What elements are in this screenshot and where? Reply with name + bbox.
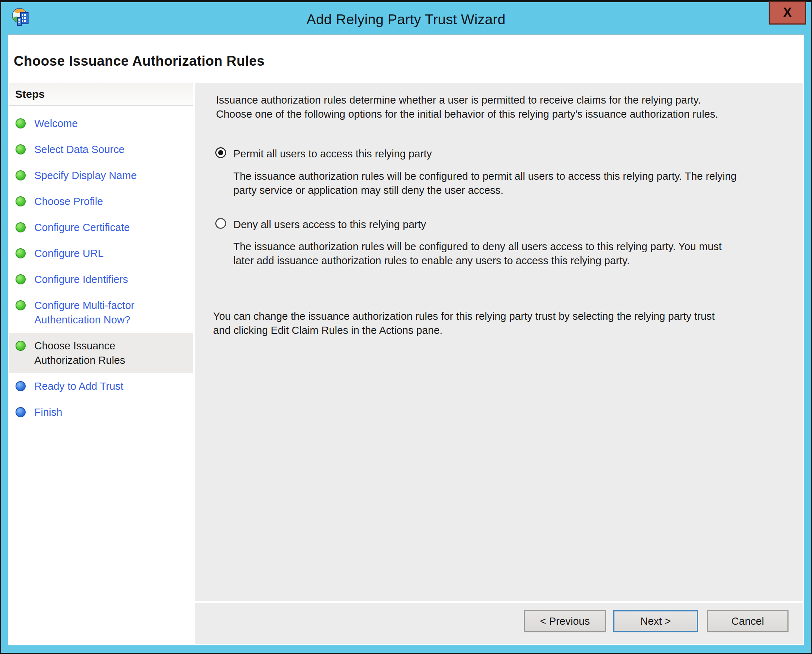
cancel-button[interactable]: Cancel [707, 610, 789, 633]
step-completed-icon [15, 222, 26, 232]
step-completed-icon [15, 144, 26, 154]
step-label: Configure URL [34, 248, 104, 259]
wizard-window: Add Relying Party Trust Wizard X Choose … [0, 0, 812, 654]
sidebar-item-specify-display-name[interactable]: Specify Display Name [9, 162, 193, 188]
sidebar-item-choose-profile[interactable]: Choose Profile [9, 188, 193, 214]
note-text: You can change the issuance authorizatio… [213, 309, 789, 338]
sidebar-item-configure-identifiers[interactable]: Configure Identifiers [9, 266, 193, 292]
step-completed-icon [15, 196, 26, 206]
sidebar-item-configure-certificate[interactable]: Configure Certificate [9, 214, 193, 240]
step-completed-icon [15, 274, 26, 284]
radio-option-permit-all-users[interactable]: Permit all users to access this relying … [215, 147, 789, 161]
step-label: Configure Multi-factor Authentication No… [34, 299, 134, 325]
close-button[interactable]: X [769, 1, 806, 24]
sidebar-item-select-data-source[interactable]: Select Data Source [9, 136, 193, 162]
sidebar-item-welcome[interactable]: Welcome [9, 110, 193, 136]
step-label: Welcome [34, 118, 78, 129]
page-title: Choose Issuance Authorization Rules [14, 53, 265, 69]
steps-sidebar: Steps Welcome Select Data Source Specify… [9, 83, 193, 644]
sidebar-item-configure-mfa[interactable]: Configure Multi-factor Authentication No… [9, 292, 193, 333]
steps-header: Steps [9, 83, 193, 106]
previous-button[interactable]: < Previous [524, 610, 606, 633]
radio-selected-icon[interactable] [215, 147, 226, 158]
step-upcoming-icon [15, 381, 26, 391]
step-label: Specify Display Name [34, 170, 137, 181]
step-label: Configure Identifiers [34, 274, 128, 285]
window-title: Add Relying Party Trust Wizard [1, 12, 811, 28]
step-label: Select Data Source [34, 144, 125, 155]
step-completed-icon [15, 118, 26, 128]
step-label: Choose Issuance Authorization Rules [34, 340, 125, 366]
step-completed-icon [15, 300, 26, 310]
steps-list: Welcome Select Data Source Specify Displ… [9, 110, 193, 425]
sidebar-item-choose-issuance-authorization-rules[interactable]: Choose Issuance Authorization Rules [9, 333, 193, 373]
step-upcoming-icon [15, 407, 26, 417]
close-icon: X [783, 5, 792, 20]
step-label: Ready to Add Trust [34, 380, 124, 392]
sidebar-item-configure-url[interactable]: Configure URL [9, 240, 193, 266]
radio-option-label[interactable]: Permit all users to access this relying … [233, 147, 432, 161]
radio-option-label[interactable]: Deny all users access to this relying pa… [233, 217, 426, 232]
content-panel: Issuance authorization rules determine w… [195, 83, 803, 601]
step-completed-icon [15, 170, 26, 180]
step-completed-icon [15, 341, 26, 351]
sidebar-item-finish[interactable]: Finish [9, 399, 193, 425]
sidebar-item-ready-to-add-trust[interactable]: Ready to Add Trust [9, 373, 193, 399]
next-button[interactable]: Next > [613, 610, 698, 633]
title-bar: Add Relying Party Trust Wizard X [1, 2, 811, 32]
radio-option-deny-all-users[interactable]: Deny all users access to this relying pa… [215, 217, 789, 232]
step-completed-icon [15, 248, 26, 258]
main-column: Issuance authorization rules determine w… [195, 83, 803, 644]
step-label: Finish [34, 406, 62, 418]
wizard-client-area: Choose Issuance Authorization Rules Step… [8, 34, 804, 645]
step-label: Choose Profile [34, 196, 103, 207]
footer-button-bar: < Previous Next > Cancel [195, 603, 803, 644]
radio-unselected-icon[interactable] [215, 218, 226, 229]
permit-option-description: The issuance authorization rules will be… [233, 169, 789, 197]
deny-option-description: The issuance authorization rules will be… [233, 240, 789, 268]
intro-text: Issuance authorization rules determine w… [216, 93, 789, 121]
step-label: Configure Certificate [34, 222, 130, 233]
